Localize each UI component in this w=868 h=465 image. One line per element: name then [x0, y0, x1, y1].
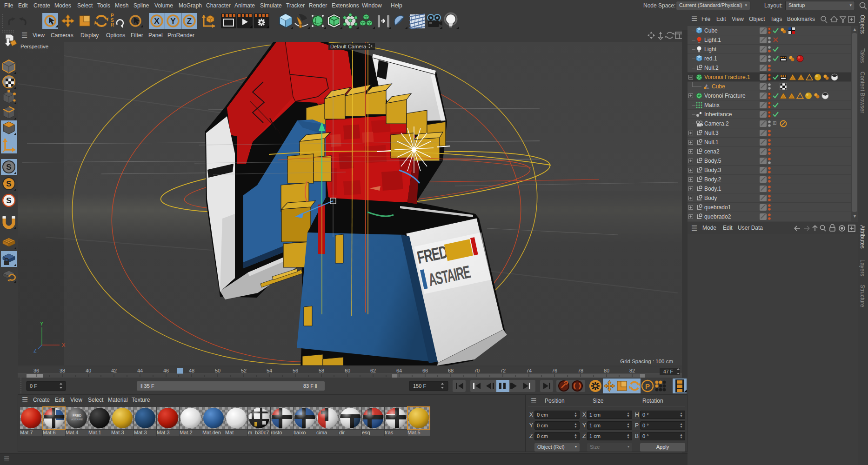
svg-text:ASTAIRE: ASTAIRE [71, 418, 83, 421]
svg-text:Grid Spacing : 100 cm: Grid Spacing : 100 cm [620, 359, 673, 364]
svg-text:44: 44 [137, 368, 143, 373]
svg-text:S: S [6, 196, 11, 205]
svg-text:78: 78 [578, 368, 583, 373]
svg-text:60: 60 [345, 368, 350, 373]
svg-text:46: 46 [163, 368, 169, 373]
svg-text:S: S [6, 179, 11, 188]
svg-text:58: 58 [319, 368, 324, 373]
svg-text:40: 40 [86, 368, 91, 373]
svg-text:150 F: 150 F [413, 383, 426, 389]
svg-text:Y: Y [40, 321, 44, 326]
svg-text:P: P [645, 382, 650, 390]
svg-text:Default Camera: Default Camera [330, 44, 367, 49]
svg-text:70: 70 [474, 368, 480, 373]
svg-text:Z: Z [33, 348, 37, 353]
svg-text:62: 62 [370, 368, 376, 373]
svg-text:‖ 35 F: ‖ 35 F [140, 383, 154, 389]
svg-text:76: 76 [552, 368, 557, 373]
svg-text:X: X [154, 17, 160, 26]
svg-text:64: 64 [396, 368, 402, 373]
svg-text:S: S [6, 163, 11, 172]
svg-text:48: 48 [189, 368, 194, 373]
svg-text:42: 42 [111, 368, 117, 373]
svg-text:80: 80 [604, 368, 609, 373]
svg-text:47 F: 47 F [663, 369, 673, 374]
svg-text:74: 74 [526, 368, 532, 373]
svg-text:52: 52 [241, 368, 247, 373]
svg-text:36: 36 [33, 368, 39, 373]
svg-text:50: 50 [215, 368, 220, 373]
svg-text:83 F ‖: 83 F ‖ [303, 383, 317, 389]
svg-text:Y: Y [170, 17, 176, 26]
svg-text:54: 54 [267, 368, 272, 373]
svg-text:X: X [62, 342, 66, 348]
svg-text:Z: Z [187, 17, 192, 26]
svg-text:66: 66 [422, 368, 428, 373]
svg-text:FRED: FRED [73, 414, 81, 417]
svg-text:38: 38 [60, 368, 65, 373]
svg-text:72: 72 [500, 368, 506, 373]
svg-text:82: 82 [629, 368, 635, 373]
svg-text:0 F: 0 F [30, 383, 37, 389]
svg-text:56: 56 [293, 368, 298, 373]
svg-text:68: 68 [448, 368, 454, 373]
svg-text:R: R [111, 22, 114, 27]
